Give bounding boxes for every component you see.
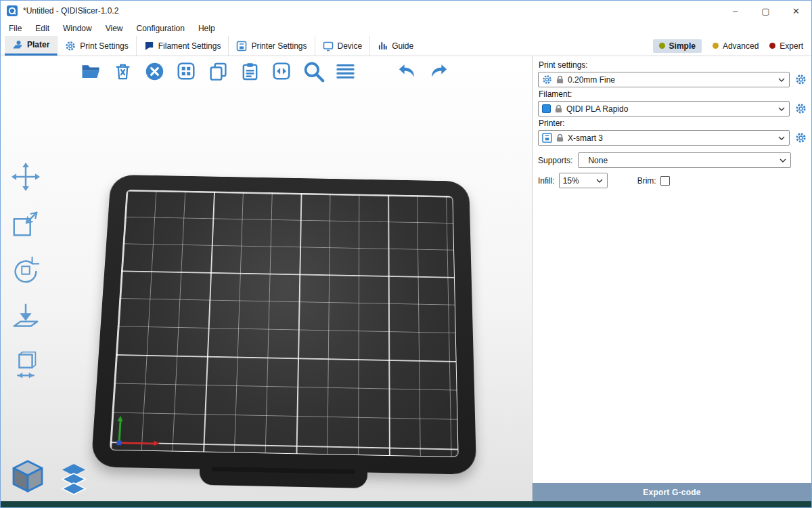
copy-icon (208, 62, 228, 81)
tab-label: Device (338, 41, 363, 51)
3d-viewport[interactable] (1, 56, 532, 501)
split-icon (271, 61, 292, 81)
undo-icon (397, 61, 418, 82)
filament-select[interactable]: QIDI PLA Rapido (538, 101, 790, 117)
bed-handle (199, 457, 367, 488)
tab-guide[interactable]: Guide (370, 36, 421, 56)
x-axis-icon (118, 442, 154, 444)
preview-layers-view-button[interactable] (58, 463, 90, 497)
filament-icon (144, 41, 154, 51)
tab-filament-settings[interactable]: Filament Settings (137, 36, 229, 56)
print-settings-gear-button[interactable] (794, 73, 807, 87)
infill-value: 15% (563, 176, 579, 186)
variable-layer-height-button[interactable] (334, 60, 357, 83)
redo-button[interactable] (427, 60, 450, 83)
printer-label: Printer: (539, 119, 807, 128)
trash-icon (114, 62, 132, 81)
gear-icon (795, 132, 807, 144)
place-on-face-tool-button[interactable] (9, 300, 43, 334)
tab-plater[interactable]: Plater (5, 36, 58, 56)
rotate-icon (10, 255, 41, 286)
device-icon (323, 41, 334, 51)
scale-tool-button[interactable] (9, 207, 43, 240)
maximize-button[interactable]: ▢ (750, 1, 781, 21)
brim-checkbox[interactable] (660, 176, 670, 186)
search-icon (302, 60, 325, 83)
menu-file[interactable]: File (2, 22, 28, 35)
mirror-tool-button[interactable] (9, 347, 43, 381)
export-gcode-button[interactable]: Export G-code (533, 483, 811, 501)
mode-label: Expert (780, 41, 803, 51)
tab-device[interactable]: Device (315, 36, 371, 56)
z-axis-icon (116, 440, 121, 445)
filament-gear-button[interactable] (794, 102, 807, 116)
mode-switcher: Simple Advanced Expert (653, 36, 811, 56)
mode-simple[interactable]: Simple (653, 39, 702, 53)
printer-select[interactable]: X-smart 3 (538, 130, 790, 146)
menu-view[interactable]: View (99, 22, 130, 35)
settings-sidebar: Print settings: 0.20mm Fine (532, 56, 811, 501)
printer-gear-button[interactable] (794, 131, 807, 145)
chevron-down-icon (778, 78, 785, 82)
paste-button[interactable] (238, 60, 261, 83)
arrange-icon (176, 61, 196, 81)
search-button[interactable] (302, 60, 325, 83)
delete-all-button[interactable] (143, 60, 166, 83)
move-icon (10, 161, 41, 192)
supports-select[interactable]: None (578, 152, 791, 168)
undo-redo-group (395, 60, 450, 83)
scale-icon (10, 208, 41, 239)
gear-icon (65, 41, 76, 51)
menu-window[interactable]: Window (56, 22, 99, 35)
minimize-button[interactable]: – (720, 1, 750, 21)
advanced-mode-dot-icon (713, 43, 719, 49)
filament-value: QIDI PLA Rapido (566, 104, 628, 114)
rotate-tool-button[interactable] (9, 253, 43, 287)
menu-configuration[interactable]: Configuration (130, 22, 191, 35)
tab-bar: Plater Print Settings Filament Settings … (1, 36, 811, 56)
title-bar: *Untitled - QIDISlicer-1.0.2 – ▢ ✕ (1, 1, 811, 21)
window-title: *Untitled - QIDISlicer-1.0.2 (23, 6, 118, 16)
3d-view-cube-icon (9, 457, 47, 495)
plater-toolbar (79, 60, 450, 83)
menu-help[interactable]: Help (191, 22, 222, 35)
infill-select[interactable]: 15% (559, 173, 608, 188)
mode-label: Advanced (723, 41, 759, 51)
infill-label: Infill: (538, 176, 555, 186)
folder-open-icon (81, 61, 101, 81)
3d-editor-view-button[interactable] (9, 457, 47, 497)
menu-bar: File Edit Window View Configuration Help (1, 21, 811, 36)
tab-printer-settings[interactable]: Printer Settings (229, 36, 315, 56)
mirror-icon (10, 348, 41, 379)
close-button[interactable]: ✕ (781, 1, 811, 21)
copy-button[interactable] (206, 60, 229, 83)
print-profile-value: 0.20mm Fine (568, 75, 615, 85)
tab-label: Filament Settings (158, 41, 221, 51)
filament-color-swatch (542, 104, 551, 113)
mode-advanced[interactable]: Advanced (713, 41, 759, 51)
undo-button[interactable] (395, 60, 418, 83)
axis-indicator (116, 405, 172, 444)
mode-label: Simple (669, 41, 696, 51)
printer-icon (236, 41, 247, 51)
lock-icon (556, 133, 564, 142)
print-bed[interactable] (91, 175, 476, 475)
view-switch-buttons (9, 457, 90, 497)
menu-edit[interactable]: Edit (28, 22, 56, 35)
supports-label: Supports: (538, 156, 572, 165)
tab-label: Guide (392, 41, 413, 51)
gear-icon (795, 74, 807, 85)
delete-button[interactable] (111, 60, 134, 83)
lock-icon (555, 104, 562, 113)
move-tool-button[interactable] (9, 160, 43, 194)
print-profile-select[interactable]: 0.20mm Fine (538, 72, 790, 87)
tab-print-settings[interactable]: Print Settings (58, 36, 136, 56)
arrange-button[interactable] (175, 60, 198, 83)
split-button[interactable] (270, 60, 293, 83)
tab-label: Print Settings (80, 41, 128, 51)
plater-icon (12, 39, 23, 50)
app-logo-icon (7, 5, 18, 16)
place-on-face-icon (10, 301, 41, 333)
mode-expert[interactable]: Expert (769, 41, 803, 51)
open-button[interactable] (79, 60, 102, 83)
